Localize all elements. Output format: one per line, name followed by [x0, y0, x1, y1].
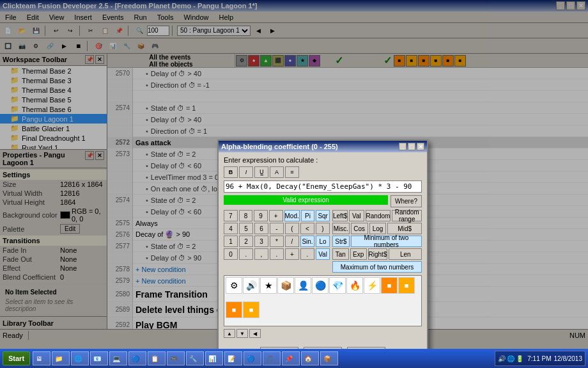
func-strs[interactable]: Str$ — [332, 236, 350, 247]
taskbar-app-9[interactable]: 🔧 — [186, 351, 204, 365]
func-log[interactable]: Log — [369, 223, 387, 234]
func-row3: Str$ Minimum of two numbers — [332, 236, 422, 247]
modal-close-button[interactable]: ✕ — [417, 143, 424, 150]
np-0[interactable]: 0 — [224, 248, 238, 260]
format-underline[interactable]: U̲ — [254, 166, 268, 178]
np-mul[interactable]: * — [270, 236, 284, 247]
np-1[interactable]: 1 — [224, 236, 238, 247]
np-pi[interactable]: Pi — [301, 210, 315, 221]
object-picker: ⚙ 🔊 ★ 📦 👤 🔵 💎 🔥 ⚡ ■ ■ ■ ■ — [224, 275, 422, 326]
np-lt[interactable]: < — [300, 223, 314, 234]
taskbar-app-8[interactable]: 🎮 — [167, 351, 185, 365]
pick-folder1[interactable]: ■ — [381, 277, 398, 294]
np-9[interactable]: 9 — [254, 210, 268, 221]
taskbar-app-2[interactable]: 📁 — [52, 351, 70, 365]
np-4[interactable]: 4 — [224, 223, 238, 234]
pick-folder3[interactable]: ■ — [226, 301, 242, 318]
np-dot3[interactable]: . — [300, 248, 314, 260]
np-sqr[interactable]: Sqr — [316, 210, 330, 221]
np-plus2[interactable]: + — [285, 248, 299, 260]
func-row1: Left$ Val Random Random range — [332, 210, 422, 221]
taskbar-app-1[interactable]: 🖥 — [33, 351, 50, 365]
picker-down[interactable]: ▼ — [236, 329, 248, 338]
pick-diamond[interactable]: 💎 — [329, 277, 346, 294]
taskbar-app-15[interactable]: 🏠 — [301, 351, 319, 365]
taskbar-app-16[interactable]: 📦 — [320, 351, 338, 365]
taskbar-app-3[interactable]: 🌐 — [71, 351, 89, 365]
np-5[interactable]: 5 — [239, 223, 253, 234]
format-italic[interactable]: I — [239, 166, 253, 178]
np-dot2[interactable]: . — [270, 248, 284, 260]
func-rights[interactable]: Right$ — [368, 248, 388, 260]
func-min[interactable]: Minimum of two numbers — [351, 236, 422, 247]
func-misc[interactable]: Misc. — [332, 223, 350, 234]
taskbar-app-4[interactable]: 📧 — [90, 351, 108, 365]
pick-star[interactable]: ★ — [260, 277, 277, 294]
pick-circle[interactable]: 🔵 — [312, 277, 329, 294]
np-val[interactable]: Val — [316, 248, 330, 260]
func-exp[interactable]: Exp — [350, 248, 367, 260]
format-clear[interactable]: ≡ — [285, 166, 299, 178]
taskbar-app-6[interactable]: 🔵 — [128, 351, 146, 365]
taskbar-app-13[interactable]: 🎵 — [263, 351, 281, 365]
pick-folder4[interactable]: ■ — [243, 301, 259, 318]
pick-fire[interactable]: 🔥 — [346, 277, 363, 294]
expression-text: 96 + Max(0, Decay("Enemy_SleepGas") * 3 … — [226, 182, 412, 191]
modal-dialog: Alpha-blending coefficient (0 - 255) _ □… — [217, 140, 428, 365]
valid-expression-bar: Valid expression — [224, 195, 388, 205]
func-len[interactable]: Len — [389, 248, 422, 260]
func-row2: Misc. Cos Log Mid$ — [332, 223, 422, 234]
format-color[interactable]: A — [270, 166, 284, 178]
np-lparen[interactable]: ( — [285, 223, 299, 234]
where-button[interactable]: Where? — [391, 195, 422, 207]
np-dot[interactable]: . — [239, 248, 253, 260]
taskbar-app-12[interactable]: 🔵 — [244, 351, 261, 365]
pick-person[interactable]: 👤 — [295, 277, 311, 294]
picker-nav: ▲ ▼ ◀ — [224, 329, 422, 338]
taskbar-app-10[interactable]: 📊 — [205, 351, 223, 365]
np-rparen[interactable]: ) — [316, 223, 330, 234]
taskbar-app-5[interactable]: 💻 — [109, 351, 127, 365]
pick-cube[interactable]: 📦 — [277, 277, 294, 294]
modal-titlebar-buttons[interactable]: _ □ ✕ — [399, 143, 424, 150]
pick-folder2[interactable]: ■ — [398, 277, 415, 294]
np-minus[interactable]: - — [270, 223, 284, 234]
np-lo[interactable]: Lo — [316, 236, 330, 247]
modal-minimize-button[interactable]: _ — [399, 143, 406, 150]
np-sin[interactable]: Sin. — [300, 236, 314, 247]
np-6[interactable]: 6 — [254, 223, 268, 234]
taskbar-app-14[interactable]: 📌 — [282, 351, 300, 365]
func-val[interactable]: Val — [349, 210, 364, 221]
func-mids[interactable]: Mid$ — [387, 223, 422, 234]
func-cos[interactable]: Cos — [351, 223, 368, 234]
np-comma[interactable]: , — [254, 248, 268, 260]
np-div[interactable]: / — [285, 236, 299, 247]
func-random[interactable]: Random — [366, 210, 391, 221]
start-button[interactable]: Start — [3, 351, 30, 365]
np-8[interactable]: 8 — [239, 210, 253, 221]
valid-row: Valid expression Where? — [224, 195, 422, 207]
func-row5: Maximum of two numbers — [332, 261, 422, 273]
np-3[interactable]: 3 — [254, 236, 268, 247]
taskbar-app-11[interactable]: 📝 — [224, 351, 242, 365]
modal-expression-display[interactable]: 96 + Max(0, Decay("Enemy_SleepGas") * 3 … — [224, 180, 422, 193]
format-bold[interactable]: B — [224, 166, 238, 178]
func-lefts[interactable]: Left$ — [332, 210, 348, 221]
pick-gear[interactable]: ⚙ — [226, 277, 242, 294]
pick-lightning[interactable]: ⚡ — [364, 277, 380, 294]
picker-left[interactable]: ◀ — [249, 329, 261, 338]
taskbar-app-7[interactable]: 📋 — [148, 351, 166, 365]
np-plus[interactable]: + — [269, 210, 283, 221]
modal-maximize-button[interactable]: □ — [408, 143, 415, 150]
np-2[interactable]: 2 — [239, 236, 253, 247]
clock-date: 12/8/2013 — [554, 355, 583, 362]
np-7[interactable]: 7 — [224, 210, 238, 221]
taskbar-right: 🔊 🌐 🔋 7:11 PM 12/8/2013 — [495, 351, 585, 366]
func-tan[interactable]: Tan — [332, 248, 349, 260]
func-row4: Tan Exp Right$ Len — [332, 248, 422, 260]
func-max[interactable]: Maximum of two numbers — [332, 261, 422, 273]
func-randomrange[interactable]: Random range — [392, 210, 422, 221]
picker-up[interactable]: ▲ — [224, 329, 235, 338]
pick-speaker[interactable]: 🔊 — [243, 277, 259, 294]
np-mod[interactable]: Mod. — [284, 210, 300, 221]
